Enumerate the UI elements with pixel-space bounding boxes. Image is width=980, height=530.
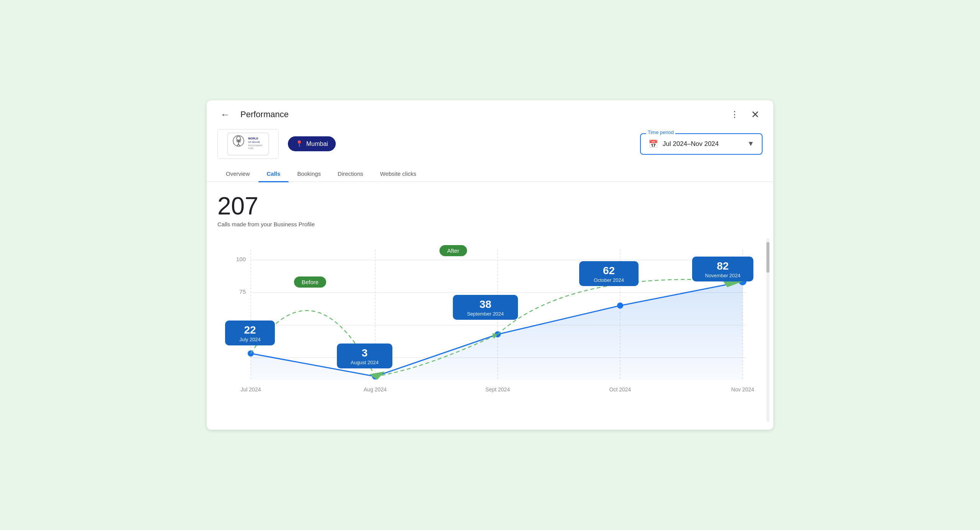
tooltip-september: 38 September 2024: [453, 295, 518, 320]
tab-directions[interactable]: Directions: [329, 166, 372, 182]
tooltip-august-label: August 2024: [344, 360, 385, 365]
more-icon: ⋮: [730, 110, 739, 119]
svg-text:Sept 2024: Sept 2024: [485, 386, 510, 393]
tooltip-oct-label: October 2024: [586, 277, 632, 283]
svg-text:Nov 2024: Nov 2024: [731, 386, 754, 393]
tooltip-nov-label: November 2024: [699, 273, 746, 278]
location-icon: 📍: [296, 140, 303, 147]
svg-text:CLINIC: CLINIC: [248, 147, 254, 149]
svg-text:Oct 2024: Oct 2024: [609, 386, 631, 393]
time-period-selector: Time period 📅 Jul 2024–Nov 2024 ▼: [640, 133, 763, 155]
before-label: Before: [294, 276, 326, 288]
tooltip-sep-value: 38: [460, 298, 511, 311]
logo-svg: TM WORLD OF REHAB PHYSIOTHERAPY CLINIC: [227, 132, 269, 155]
time-period-label: Time period: [646, 129, 675, 135]
svg-text:Aug 2024: Aug 2024: [364, 386, 387, 393]
tab-website-clicks[interactable]: Website clicks: [372, 166, 425, 182]
back-button[interactable]: ←: [217, 108, 233, 121]
tooltip-nov-value: 82: [699, 260, 746, 273]
dot-jul: [248, 350, 254, 357]
tooltip-oct-value: 62: [586, 264, 632, 277]
tab-bookings[interactable]: Bookings: [289, 166, 329, 182]
tooltip-sep-label: September 2024: [460, 311, 511, 317]
dropdown-arrow-icon: ▼: [747, 140, 754, 148]
header-bar: ← Performance ⋮ ✕: [207, 100, 773, 122]
chart-container: 100 75 50 Jul 2024 Aug 2024 Sept 2024 Oc…: [217, 238, 763, 422]
tooltip-november: 82 November 2024: [692, 257, 753, 281]
close-button[interactable]: ✕: [748, 107, 763, 122]
calls-description: Calls made from your Business Profile: [217, 221, 763, 227]
tooltip-july-label: July 2024: [232, 337, 268, 342]
svg-text:Jul 2024: Jul 2024: [241, 386, 261, 393]
tab-overview[interactable]: Overview: [217, 166, 258, 182]
tooltip-july: 22 July 2024: [225, 321, 275, 345]
page-title: Performance: [240, 110, 720, 119]
business-logo: TM WORLD OF REHAB PHYSIOTHERAPY CLINIC: [217, 129, 279, 159]
business-row: TM WORLD OF REHAB PHYSIOTHERAPY CLINIC 📍…: [207, 122, 773, 159]
calendar-icon: 📅: [648, 139, 658, 149]
header-actions: ⋮ ✕: [727, 107, 763, 122]
nav-tabs: Overview Calls Bookings Directions Websi…: [207, 166, 773, 182]
after-label: After: [439, 245, 467, 256]
total-calls-number: 207: [217, 193, 763, 219]
svg-text:PHYSIOTHERAPY: PHYSIOTHERAPY: [248, 145, 263, 147]
dot-oct: [617, 303, 623, 309]
more-button[interactable]: ⋮: [727, 108, 742, 121]
svg-text:75: 75: [239, 288, 246, 295]
tooltip-august: 3 August 2024: [337, 344, 392, 368]
time-period-value: Jul 2024–Nov 2024: [663, 140, 719, 148]
tooltip-july-value: 22: [232, 324, 268, 337]
scrollbar-thumb[interactable]: [766, 242, 769, 273]
tooltip-october: 62 October 2024: [579, 261, 639, 286]
svg-text:OF REHAB: OF REHAB: [248, 141, 260, 143]
performance-card: ← Performance ⋮ ✕ TM: [207, 100, 773, 430]
line-chart-svg: 100 75 50 Jul 2024 Aug 2024 Sept 2024 Oc…: [217, 238, 763, 414]
location-label: Mumbai: [306, 141, 328, 147]
back-icon: ←: [220, 109, 230, 119]
logo-image: TM WORLD OF REHAB PHYSIOTHERAPY CLINIC: [225, 131, 271, 157]
scrollbar[interactable]: [766, 238, 769, 422]
svg-rect-0: [227, 133, 269, 155]
time-period-box[interactable]: 📅 Jul 2024–Nov 2024 ▼: [640, 133, 763, 155]
chart-section: 207 Calls made from your Business Profil…: [207, 182, 773, 430]
tooltip-august-value: 3: [344, 347, 385, 360]
svg-text:WORLD: WORLD: [248, 137, 258, 140]
close-icon: ✕: [751, 109, 760, 120]
tab-calls[interactable]: Calls: [258, 166, 289, 182]
svg-text:100: 100: [236, 256, 246, 262]
location-button[interactable]: 📍 Mumbai: [288, 136, 336, 151]
